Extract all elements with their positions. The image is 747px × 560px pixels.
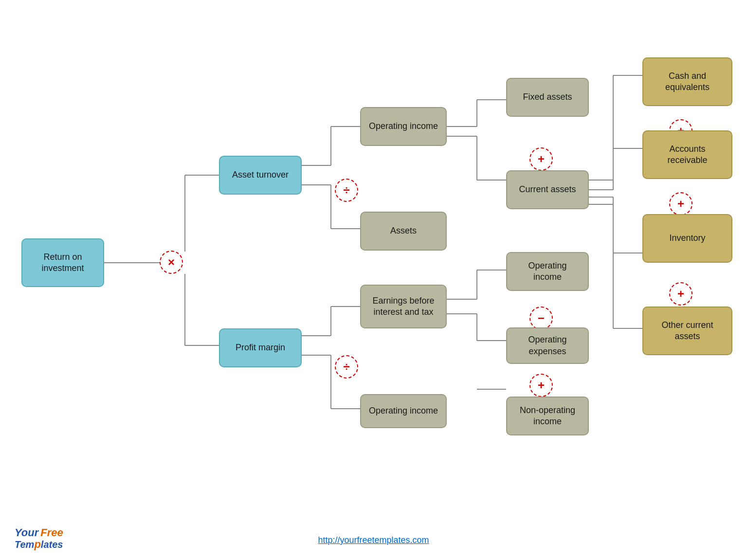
multiply-operator: × [160,251,183,274]
operating-expenses-label: Operating expenses [528,334,566,357]
logo-t-icon: p [34,539,40,550]
divide-operator-1: ÷ [335,179,358,202]
minus-symbol: − [538,311,545,325]
earnings-before-label: Earnings before interest and tax [372,295,434,318]
current-assets-label: Current assets [519,184,576,195]
fixed-assets-label: Fixed assets [523,91,572,103]
other-current-assets-label: Other current assets [661,320,713,343]
plus-5-symbol: + [677,287,684,301]
roi-label: Return on investment [41,252,84,274]
operating-expenses-node: Operating expenses [506,327,589,364]
connectors [10,24,745,501]
other-current-assets-node: Other current assets [642,307,732,355]
logo-your: Your [15,527,38,539]
fixed-assets-node: Fixed assets [506,78,589,117]
cash-equivalents-node: Cash and equivalents [642,57,732,106]
plus-4-symbol: + [677,197,684,211]
diagram-container: Return on investment × Asset turnover Pr… [10,24,745,501]
plus-operator-4: + [669,192,692,216]
roi-node: Return on investment [21,238,104,287]
divide-1-symbol: ÷ [343,183,349,197]
footer-link[interactable]: http://yourfreetemplates.com [318,535,429,545]
profit-margin-node: Profit margin [219,328,302,367]
logo-tem: Tem [15,539,34,550]
plus-operator-1: + [529,147,553,171]
current-assets-node: Current assets [506,170,589,209]
logo-lates: lates [41,539,63,550]
operating-income-3-label: Operating income [513,260,582,283]
footer-link-text: http://yourfreetemplates.com [318,535,429,545]
operating-income-2-node: Operating income [360,394,447,428]
plus-2-symbol: + [538,379,545,392]
minus-operator: − [529,307,553,330]
profit-margin-label: Profit margin [236,342,285,353]
assets-node: Assets [360,212,447,251]
plus-operator-2: + [529,374,553,397]
operating-income-3-node: Operating income [506,252,589,291]
operating-income-2-label: Operating income [369,405,438,416]
divide-operator-2: ÷ [335,355,358,379]
earnings-before-node: Earnings before interest and tax [360,285,447,328]
inventory-node: Inventory [642,214,732,263]
footer-logo: Your Free Tem p lates [15,527,63,550]
operating-income-1-label: Operating income [369,121,438,132]
asset-turnover-label: Asset turnover [232,169,289,181]
accounts-receivable-node: Accounts receivable [642,130,732,179]
asset-turnover-node: Asset turnover [219,156,302,195]
non-operating-income-node: Non-operating income [506,397,589,435]
multiply-symbol: × [168,255,175,269]
plus-1-symbol: + [538,152,545,166]
cash-equivalents-label: Cash and equivalents [665,71,710,93]
assets-label: Assets [390,225,417,236]
inventory-label: Inventory [669,233,705,244]
divide-2-symbol: ÷ [343,360,349,374]
plus-operator-5: + [669,282,692,306]
operating-income-1-node: Operating income [360,107,447,146]
logo-free: Free [40,527,63,539]
accounts-receivable-label: Accounts receivable [667,144,707,166]
non-operating-income-label: Non-operating income [520,405,575,428]
